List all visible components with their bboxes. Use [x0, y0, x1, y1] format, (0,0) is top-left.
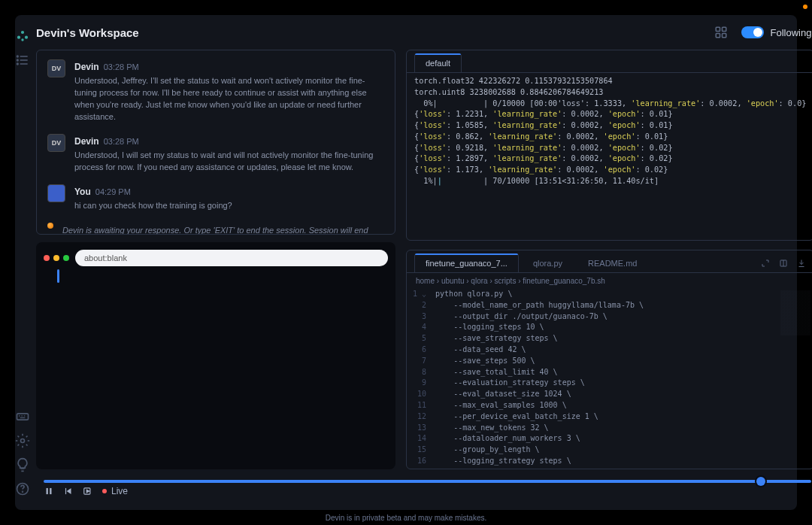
expand-icon[interactable]: [761, 259, 770, 268]
svg-rect-20: [717, 34, 720, 38]
editor-tab[interactable]: qlora.py: [522, 253, 574, 272]
timeline-thumb[interactable]: [756, 477, 765, 486]
avatar: DV: [47, 134, 65, 152]
svg-rect-13: [24, 415, 26, 416]
live-indicator[interactable]: Live: [102, 486, 128, 496]
svg-rect-25: [50, 488, 51, 494]
message-text: Devin is awaiting your response. Or type…: [62, 225, 384, 235]
svg-rect-14: [20, 417, 26, 418]
traffic-lights[interactable]: [44, 255, 69, 261]
minimap[interactable]: [780, 290, 810, 366]
chat-message: DVDevin03:28 PMUnderstood, Jeffrey. I'll…: [47, 59, 384, 123]
chat-message: DVDevin03:28 PMUnderstood, I will set my…: [47, 134, 384, 174]
editor-panel: finetune_guanaco_7...qlora.pyREADME.md h…: [406, 250, 812, 469]
message-text: Understood, I will set my status to wait…: [74, 150, 384, 174]
download-icon[interactable]: [797, 259, 806, 268]
avatar: [47, 223, 53, 229]
svg-rect-12: [21, 415, 23, 416]
skip-forward-icon[interactable]: [83, 486, 93, 496]
chat-panel: DVDevin03:28 PMUnderstood, Jeffrey. I'll…: [36, 50, 395, 235]
avatar: [47, 184, 65, 202]
breadcrumb[interactable]: home › ubuntu › qlora › scripts › finetu…: [407, 273, 812, 289]
grid-icon[interactable]: [714, 26, 728, 39]
svg-marker-26: [67, 488, 71, 494]
svg-point-15: [21, 439, 25, 443]
svg-point-2: [25, 36, 28, 39]
browser-panel: about:blank: [36, 242, 395, 469]
code-body[interactable]: 1 ⌄ 2 3 4 5 6 7 8 9 10 11 12 13 14 15 16…: [407, 289, 812, 469]
chat-active-indicator: [57, 269, 59, 283]
svg-rect-21: [723, 34, 726, 38]
svg-rect-27: [65, 488, 66, 494]
editor-tab[interactable]: finetune_guanaco_7...: [414, 253, 519, 272]
workspace-title: Devin's Workspace: [36, 26, 139, 39]
playback-bar: Live: [30, 475, 812, 510]
terminal-output[interactable]: torch.float32 422326272 0.11537932153507…: [407, 73, 812, 240]
gear-icon[interactable]: [15, 433, 30, 448]
following-label: Following: [770, 27, 811, 38]
main: Devin's Workspace Following DVDevin03:28…: [30, 15, 812, 510]
svg-marker-29: [86, 490, 89, 493]
app-window: Devin's Workspace Following DVDevin03:28…: [15, 15, 797, 510]
svg-rect-19: [723, 27, 726, 31]
following-toggle[interactable]: [741, 26, 764, 38]
sidebar: [15, 15, 30, 510]
svg-rect-10: [17, 414, 29, 420]
pause-icon[interactable]: [44, 486, 54, 496]
editor-tab[interactable]: README.md: [577, 253, 648, 272]
message-text: hi can you check how the training is goi…: [74, 200, 232, 212]
logo-icon: [15, 29, 30, 44]
columns-icon[interactable]: [779, 259, 788, 268]
svg-point-8: [17, 59, 19, 61]
svg-point-7: [17, 56, 19, 57]
url-bar[interactable]: about:blank: [75, 250, 388, 266]
avatar: DV: [47, 59, 65, 77]
footer-disclaimer: Devin is in private beta and may make mi…: [0, 514, 812, 522]
svg-rect-18: [717, 27, 720, 31]
chat-message: You04:29 PMhi can you check how the trai…: [47, 184, 384, 212]
keyboard-icon[interactable]: [15, 409, 30, 424]
terminal-panel: default torch.float32 422326272 0.115379…: [406, 50, 812, 241]
chat-message: Devin is awaiting your response. Or type…: [47, 223, 384, 235]
svg-point-3: [21, 38, 23, 41]
message-text: Understood, Jeffrey. I'll set the status…: [74, 75, 384, 123]
timeline-track[interactable]: [44, 480, 811, 483]
svg-point-1: [17, 36, 20, 39]
window-status-dot: [803, 5, 807, 9]
terminal-tabs: default: [407, 50, 812, 73]
help-icon[interactable]: [15, 481, 30, 496]
header: Devin's Workspace Following: [30, 15, 812, 50]
editor-tabs: finetune_guanaco_7...qlora.pyREADME.md: [407, 250, 812, 273]
terminal-tab[interactable]: default: [414, 53, 462, 72]
skip-back-icon[interactable]: [63, 486, 74, 496]
bulb-icon[interactable]: [15, 457, 30, 472]
svg-rect-11: [19, 415, 20, 416]
svg-point-9: [17, 63, 19, 65]
svg-rect-24: [47, 488, 48, 494]
list-icon[interactable]: [15, 53, 30, 68]
svg-point-17: [23, 491, 23, 492]
svg-point-0: [21, 31, 24, 34]
